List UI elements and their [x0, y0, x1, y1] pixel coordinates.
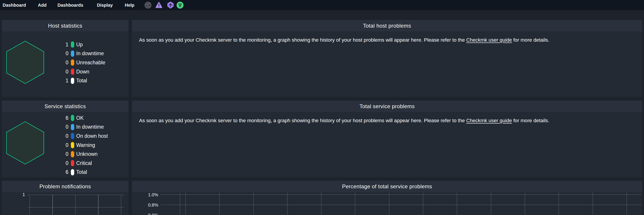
- count: 0: [61, 50, 68, 56]
- label: Total: [76, 78, 87, 84]
- panel-header: Service statistics: [2, 101, 128, 112]
- panel-title: Total service problems: [360, 103, 415, 110]
- message-text: As soon as you add your Checkmk server t…: [139, 118, 466, 123]
- panel-problem-notifications: Problem notifications 1: [2, 181, 128, 215]
- state-pill: [71, 169, 74, 175]
- state-pill: [71, 151, 74, 157]
- count: 0: [61, 160, 68, 166]
- service-state-hexagon[interactable]: [6, 121, 44, 165]
- panel-header: Total host problems: [132, 20, 642, 31]
- message-text: for more details.: [512, 37, 549, 43]
- checkmk-dashboard: Dashboard Add Dashboards Display Help: [0, 0, 644, 215]
- menu-item-help[interactable]: Help: [125, 0, 134, 10]
- panel-title: Service statistics: [44, 103, 86, 110]
- label: In downtime: [76, 124, 104, 130]
- state-pill: [71, 142, 74, 148]
- count: 6: [61, 169, 68, 175]
- label: Up: [76, 42, 83, 48]
- menu-item-display[interactable]: Display: [97, 0, 113, 10]
- count: 0: [61, 151, 68, 157]
- legend-row-down[interactable]: 0 Down: [61, 67, 105, 76]
- globe-icon[interactable]: [144, 1, 152, 9]
- label: On down host: [76, 133, 108, 139]
- legend-row-in-downtime[interactable]: 0 In downtime: [61, 49, 105, 58]
- y-axis-label: 1.0%: [140, 192, 158, 198]
- warning-triangle-icon[interactable]: [155, 1, 163, 9]
- y-axis-label: 1: [12, 192, 25, 197]
- panel-header: Problem notifications: [2, 181, 128, 192]
- state-pill: [71, 133, 74, 139]
- y-axis-label: 0.8%: [140, 203, 158, 208]
- checkmk-user-guide-link[interactable]: Checkmk user guide: [466, 118, 512, 123]
- host-state-hexagon[interactable]: [6, 41, 44, 84]
- count: 1: [61, 42, 68, 48]
- panel-header: Total service problems: [132, 101, 642, 112]
- panel-host-statistics: Host statistics 1 Up 0 In downtime 0 Unr…: [2, 20, 128, 97]
- label: Down: [76, 69, 89, 75]
- panel-service-statistics: Service statistics 6 OK 0 In downtime 0 …: [2, 101, 128, 177]
- label: OK: [76, 115, 84, 121]
- service-legend: 6 OK 0 In downtime 0 On down host 0 Warn…: [61, 114, 108, 177]
- legend-row-warning[interactable]: 0 Warning: [61, 141, 108, 150]
- count: 1: [61, 78, 68, 84]
- message-text: As soon as you add your Checkmk server t…: [139, 37, 466, 43]
- panel-total-host-problems: Total host problems As soon as you add y…: [132, 20, 642, 97]
- empty-graph-message: As soon as you add your Checkmk server t…: [139, 37, 638, 43]
- percentage-chart-grid: [161, 193, 641, 215]
- state-pill: [71, 41, 74, 48]
- count: 0: [61, 69, 68, 75]
- count: 6: [61, 115, 68, 121]
- legend-row-unreachable[interactable]: 0 Unreachable: [61, 58, 105, 67]
- count: 0: [61, 124, 68, 130]
- main-menu-bar: Dashboard Add Dashboards Display Help: [0, 0, 644, 10]
- message-text: for more details.: [512, 118, 549, 123]
- state-pill: [71, 59, 74, 66]
- y-axis-label: 0.6%: [140, 213, 158, 215]
- label: Critical: [76, 160, 92, 166]
- count: 0: [61, 142, 68, 148]
- checkmk-user-guide-link[interactable]: Checkmk user guide: [466, 37, 512, 43]
- panel-title: Total host problems: [363, 23, 411, 29]
- state-pill: [71, 115, 74, 121]
- legend-row-total[interactable]: 1 Total: [61, 76, 105, 85]
- legend-row-in-downtime[interactable]: 0 In downtime: [61, 123, 108, 132]
- panel-title: Percentage of total service problems: [342, 183, 432, 190]
- legend-row-total[interactable]: 6 Total: [61, 168, 108, 177]
- legend-row-on-down-host[interactable]: 0 On down host: [61, 132, 108, 141]
- legend-row-up[interactable]: 1 Up: [61, 40, 105, 49]
- empty-graph-message: As soon as you add your Checkmk server t…: [139, 118, 638, 124]
- update-shield-icon[interactable]: [167, 1, 174, 9]
- label: Unknown: [76, 151, 98, 157]
- notifications-chart-grid: [28, 195, 124, 215]
- menu-item-dashboards[interactable]: Dashboards: [58, 0, 83, 10]
- state-pill: [71, 78, 74, 84]
- state-pill: [71, 124, 74, 130]
- panel-header: Percentage of total service problems: [132, 181, 642, 192]
- panel-title: Problem notifications: [40, 183, 91, 190]
- panel-title: Host statistics: [48, 23, 82, 29]
- state-pill: [71, 160, 74, 166]
- legend-row-critical[interactable]: 0 Critical: [61, 159, 108, 168]
- pending-changes-icon[interactable]: [176, 1, 184, 9]
- menu-item-add[interactable]: Add: [38, 0, 46, 10]
- legend-row-unknown[interactable]: 0 Unknown: [61, 150, 108, 159]
- label: Total: [76, 169, 87, 175]
- panel-percentage-service-problems: Percentage of total service problems 1.0…: [132, 181, 642, 215]
- host-legend: 1 Up 0 In downtime 0 Unreachable 0 Down …: [61, 40, 105, 85]
- label: Warning: [76, 142, 95, 148]
- panel-header: Host statistics: [2, 20, 128, 31]
- label: Unreachable: [76, 60, 105, 66]
- state-pill: [71, 69, 74, 75]
- count: 0: [61, 60, 68, 66]
- state-pill: [71, 50, 74, 57]
- menu-item-dashboard[interactable]: Dashboard: [3, 0, 26, 10]
- legend-row-ok[interactable]: 6 OK: [61, 114, 108, 123]
- panel-total-service-problems: Total service problems As soon as you ad…: [132, 101, 642, 177]
- label: In downtime: [76, 50, 104, 56]
- count: 0: [61, 133, 68, 139]
